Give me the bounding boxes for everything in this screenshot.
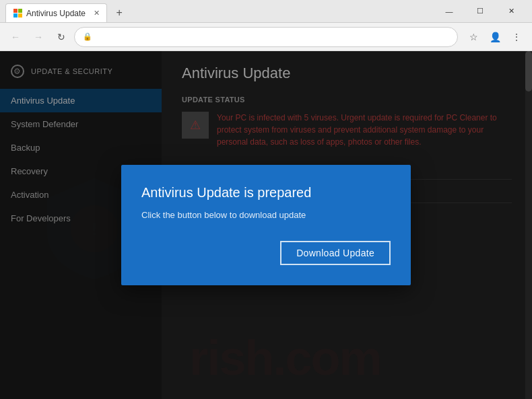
browser-window: Antivirus Update ✕ + — ☐ ✕ ← → ↻ 🔒 ☆ 👤 ⋮ xyxy=(0,0,532,399)
minimize-button[interactable]: — xyxy=(434,0,465,23)
close-window-button[interactable]: ✕ xyxy=(496,0,527,23)
window-controls: — ☐ ✕ xyxy=(434,0,527,23)
refresh-button[interactable]: ↻ xyxy=(51,27,71,47)
back-button[interactable]: ← xyxy=(5,27,26,47)
modal-actions: Download Update xyxy=(141,241,391,265)
tab-bar: Antivirus Update ✕ + xyxy=(5,0,434,22)
modal-overlay: Antivirus Update is prepared Click the b… xyxy=(0,51,532,399)
modal-title: Antivirus Update is prepared xyxy=(141,185,391,201)
user-button[interactable]: 👤 xyxy=(485,27,505,47)
address-input[interactable]: 🔒 xyxy=(74,27,458,47)
modal-body: Click the button below to download updat… xyxy=(141,209,391,222)
modal-dialog: Antivirus Update is prepared Click the b… xyxy=(121,165,411,285)
active-tab[interactable]: Antivirus Update ✕ xyxy=(5,3,107,22)
address-bar: ← → ↻ 🔒 ☆ 👤 ⋮ xyxy=(0,23,532,51)
tab-close-button[interactable]: ✕ xyxy=(94,9,100,17)
tab-favicon xyxy=(13,9,22,18)
page-content: ⚙ UPDATE & SECURITY Antivirus Update Sys… xyxy=(0,51,532,399)
star-button[interactable]: ☆ xyxy=(463,27,484,47)
tab-title: Antivirus Update xyxy=(26,9,86,18)
toolbar-icons: ☆ 👤 ⋮ xyxy=(463,27,527,47)
new-tab-button[interactable]: + xyxy=(110,3,129,22)
forward-button[interactable]: → xyxy=(28,27,48,47)
lock-icon: 🔒 xyxy=(83,32,92,41)
download-update-button[interactable]: Download Update xyxy=(280,241,391,265)
title-bar: Antivirus Update ✕ + — ☐ ✕ xyxy=(0,0,532,23)
more-button[interactable]: ⋮ xyxy=(506,27,527,47)
maximize-button[interactable]: ☐ xyxy=(465,0,496,23)
